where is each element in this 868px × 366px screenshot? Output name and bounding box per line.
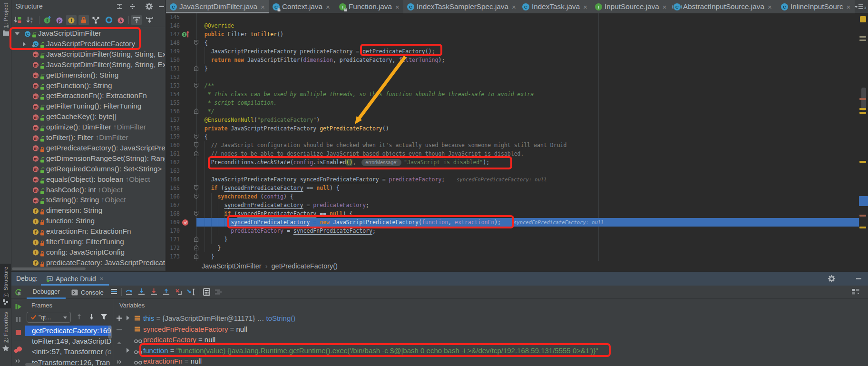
error-stripe-mark[interactable]: [859, 40, 866, 41]
structure-item[interactable]: mgetFilterTuning(): FilterTuning: [11, 101, 165, 112]
resume-icon[interactable]: [14, 303, 22, 311]
close-icon[interactable]: ×: [100, 275, 104, 282]
analysis-status-square[interactable]: [860, 16, 866, 22]
fold-marker[interactable]: [194, 193, 199, 199]
show-non-public-icon[interactable]: [78, 15, 89, 25]
show-inherited-icon[interactable]: I: [42, 15, 52, 25]
editor-tab[interactable]: IFunction.java×: [335, 0, 403, 13]
settings-gear-icon[interactable]: [828, 275, 836, 283]
error-stripe-mark[interactable]: [859, 36, 866, 38]
evaluate-expression-icon[interactable]: [203, 288, 211, 296]
fold-marker[interactable]: [194, 65, 199, 71]
editor-tab[interactable]: CContext.java×: [269, 0, 335, 13]
structure-item[interactable]: mgetExtractionFn(): ExtractionFn: [11, 91, 165, 101]
frame-row[interactable]: toFilter:149, JavaScriptD: [25, 336, 111, 346]
structure-item[interactable]: moptimize(): DimFilter ↑DimFilter: [11, 122, 165, 133]
close-icon[interactable]: ×: [663, 3, 667, 11]
breakpoint-icon[interactable]: [182, 219, 188, 226]
pause-icon[interactable]: [14, 316, 22, 324]
structure-item[interactable]: mgetDimension(): String: [11, 70, 165, 81]
structure-item[interactable]: mgetFunction(): String: [11, 81, 165, 91]
editor-tab[interactable]: CInlineInputSourc×: [777, 0, 855, 13]
run-to-cursor-icon[interactable]: [187, 288, 195, 296]
trace-settings-icon[interactable]: [214, 288, 222, 296]
error-stripe-mark[interactable]: [859, 112, 866, 114]
error-stripe-mark[interactable]: [859, 196, 868, 206]
structure-item[interactable]: fconfig: JavaScriptConfig: [11, 247, 165, 258]
hidden-tabs-dropdown[interactable]: 3: [854, 3, 866, 10]
fold-marker[interactable]: [194, 133, 199, 139]
layout-settings-icon[interactable]: [851, 288, 859, 296]
close-icon[interactable]: ×: [261, 3, 265, 11]
fold-marker[interactable]: [194, 150, 199, 156]
variable-row[interactable]: extractionFn = null: [125, 356, 867, 366]
force-step-into-icon[interactable]: [150, 288, 158, 296]
thread-selector-dropdown[interactable]: "qt...: [27, 312, 71, 323]
structure-item[interactable]: ffunction: String: [11, 216, 165, 227]
sort-alphabetically-icon[interactable]: az: [25, 15, 35, 25]
error-stripe[interactable]: [859, 13, 868, 261]
frames-scrollbar-thumb[interactable]: [108, 326, 112, 339]
hide-icon[interactable]: [855, 275, 863, 283]
fold-marker[interactable]: [194, 108, 199, 114]
editor-tab[interactable]: CIndexTaskSamplerSpec.java×: [403, 0, 518, 13]
fold-marker[interactable]: [194, 245, 199, 250]
rerun-icon[interactable]: [14, 288, 22, 297]
step-into-icon[interactable]: [137, 288, 146, 296]
close-icon[interactable]: ×: [512, 3, 516, 11]
tab-debugger[interactable]: Debugger: [27, 286, 66, 299]
breadcrumb-item[interactable]: JavaScriptDimFilter: [202, 262, 262, 270]
visibility-sort-icon[interactable]: [104, 15, 114, 25]
error-stripe-mark[interactable]: [859, 227, 866, 228]
editor-tab[interactable]: IInputSource.java×: [591, 0, 670, 13]
tree-expand-arrow[interactable]: [127, 348, 129, 353]
structure-item[interactable]: mgetRequiredColumns(): Set<String> ↑: [11, 164, 165, 175]
editor-tab[interactable]: CIndexTask.java×: [518, 0, 591, 13]
structure-item[interactable]: mJavaScriptDimFilter(String, String, Ex: [11, 49, 165, 60]
frame-down-icon[interactable]: [88, 313, 96, 321]
close-icon[interactable]: ×: [847, 3, 851, 11]
drop-frame-icon[interactable]: [175, 288, 183, 296]
fold-marker[interactable]: [194, 253, 199, 259]
structure-item[interactable]: mgetPredicateFactory(): JavaScriptPre: [11, 143, 165, 154]
error-stripe-mark[interactable]: [859, 108, 866, 110]
structure-item[interactable]: fdimension: String: [11, 206, 165, 216]
hide-icon[interactable]: [157, 2, 166, 10]
show-fields-icon[interactable]: f: [66, 15, 77, 25]
frames-hscrollbar-thumb[interactable]: [25, 363, 41, 366]
collapse-all-icon[interactable]: [128, 2, 137, 10]
tree-expand-arrow[interactable]: [127, 316, 129, 320]
fold-marker[interactable]: [194, 210, 199, 216]
structure-item[interactable]: mgetCacheKey(): byte[]: [11, 112, 165, 122]
structure-item[interactable]: mtoFilter(): Filter ↑DimFilter: [11, 133, 165, 143]
close-icon[interactable]: ×: [583, 3, 587, 11]
structure-horizontal-scrollbar[interactable]: [11, 267, 165, 270]
stripe-tab-structure[interactable]: 7: Structure: [0, 264, 11, 308]
breadcrumb-item[interactable]: getPredicateFactory(): [272, 262, 338, 270]
sort-by-visibility-icon[interactable]: [12, 15, 23, 25]
fold-marker[interactable]: [194, 40, 199, 45]
error-stripe-mark[interactable]: [859, 98, 866, 100]
fold-marker[interactable]: [194, 236, 199, 242]
fold-marker[interactable]: [194, 82, 199, 88]
expand-all-icon[interactable]: [116, 2, 124, 10]
view-breakpoints-icon[interactable]: [14, 346, 22, 354]
variable-row[interactable]: syncedFnPredicateFactory = null: [125, 324, 867, 334]
close-icon[interactable]: ×: [326, 3, 330, 11]
structure-item[interactable]: mtoString(): String ↑Object: [11, 195, 165, 206]
group-methods-icon[interactable]: [90, 15, 101, 25]
more-icon[interactable]: [14, 357, 22, 365]
frame-up-icon[interactable]: [75, 313, 83, 321]
autoscroll-from-source-icon[interactable]: [144, 15, 155, 25]
structure-item[interactable]: fextractionFn: ExtractionFn: [11, 227, 165, 237]
show-properties-icon[interactable]: p: [54, 15, 65, 25]
error-stripe-mark[interactable]: [859, 161, 866, 163]
stop-icon[interactable]: [14, 328, 22, 336]
scrollbar-thumb[interactable]: [12, 267, 86, 270]
structure-item[interactable]: mJavaScriptDimFilter(String, String, Ex: [11, 60, 165, 70]
overriding-method-icon[interactable]: [182, 30, 190, 38]
editor-tab[interactable]: CJavaScriptDimFilter.java×: [166, 0, 269, 13]
stripe-tab-favorites[interactable]: 2: Favorites: [0, 311, 11, 360]
error-stripe-mark[interactable]: [859, 215, 866, 217]
frame-row[interactable]: getPredicateFactory:169: [25, 326, 111, 336]
